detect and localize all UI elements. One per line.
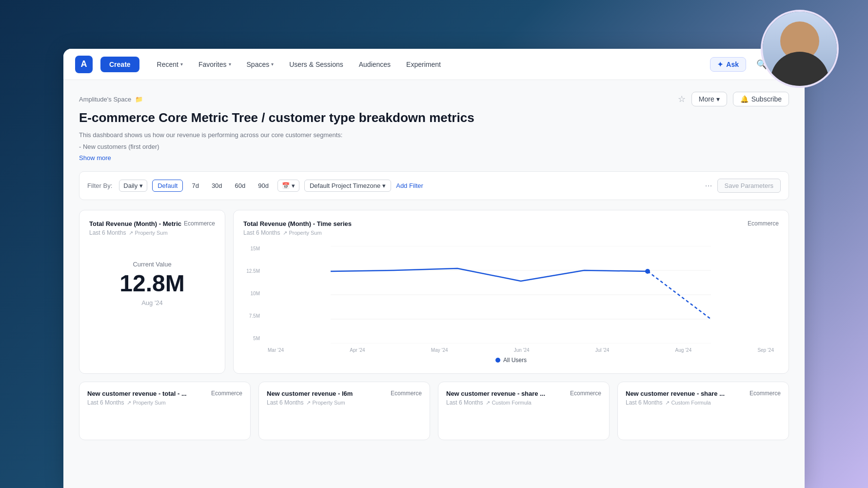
bottom-card-2: New customer revenue - share ... Ecommer…	[438, 382, 610, 440]
bottom-card-3-badge: Ecommerce	[750, 390, 781, 397]
filter-by-label: Filter By:	[87, 182, 112, 189]
more-options-icon[interactable]: ···	[705, 181, 712, 191]
granularity-select[interactable]: Daily ▾	[119, 180, 147, 192]
60d-button[interactable]: 60d	[231, 180, 250, 191]
navbar: A Create Recent ▾ Favorites ▾ Spaces ▾ U…	[63, 49, 805, 80]
dotted-line	[648, 271, 711, 319]
trend-icon: ↗	[665, 400, 670, 406]
sparkle-icon: ✦	[717, 61, 723, 68]
x-label-sep: Sep '24	[757, 347, 774, 353]
chevron-down-icon: ▾	[180, 61, 183, 67]
nav-item-audiences[interactable]: Audiences	[353, 57, 396, 72]
timeseries-title: Total Revenue (Month) - Time series	[243, 220, 352, 227]
y-label-10m: 10M	[251, 291, 260, 296]
current-value-label: Current Value	[133, 261, 171, 268]
chevron-down-icon: ▾	[139, 182, 143, 189]
bottom-card-0: New customer revenue - total - ... Ecomm…	[79, 382, 251, 440]
chevron-down-icon: ▾	[716, 95, 720, 103]
bottom-card-0-subtitle: Last 6 Months ↗ Property Sum	[87, 399, 242, 406]
timeseries-card: Total Revenue (Month) - Time series Ecom…	[233, 210, 789, 374]
trend-icon: ↗	[283, 230, 287, 236]
more-button[interactable]: More ▾	[691, 92, 727, 106]
nav-item-spaces[interactable]: Spaces ▾	[241, 57, 280, 72]
x-label-jul: Jul '24	[595, 347, 610, 353]
bottom-charts-row: New customer revenue - total - ... Ecomm…	[79, 382, 789, 440]
logo[interactable]: A	[75, 56, 93, 73]
bottom-card-3: New customer revenue - share ... Ecommer…	[617, 382, 789, 440]
bottom-card-2-title: New customer revenue - share ...	[446, 390, 545, 397]
bottom-card-0-title: New customer revenue - total - ...	[87, 390, 187, 397]
chevron-down-icon: ▾	[229, 61, 231, 67]
bottom-card-1-header: New customer revenue - l6m Ecommerce	[267, 390, 422, 397]
main-card: A Create Recent ▾ Favorites ▾ Spaces ▾ U…	[63, 49, 805, 488]
x-label-jun: Jun '24	[514, 347, 530, 353]
metric-card-title: Total Revenue (Month) - Metric	[89, 220, 181, 227]
x-label-mar: Mar '24	[268, 347, 284, 353]
trend-icon: ↗	[129, 230, 133, 236]
breadcrumb: Amplitude's Space 📁	[79, 96, 143, 103]
y-label-125m: 12.5M	[246, 268, 260, 274]
breadcrumb-row: Amplitude's Space 📁 ☆ More ▾ 🔔 Subscribe	[79, 92, 789, 106]
bottom-card-0-header: New customer revenue - total - ... Ecomm…	[87, 390, 242, 397]
timeseries-chart-svg	[263, 246, 779, 344]
bottom-card-3-property-sum: ↗ Custom Formula	[665, 400, 710, 406]
bottom-card-3-subtitle: Last 6 Months ↗ Custom Formula	[626, 399, 781, 406]
trend-icon: ↗	[127, 400, 131, 406]
x-label-may: May '24	[431, 347, 448, 353]
ask-button[interactable]: ✦ Ask	[710, 57, 746, 72]
folder-icon: 📁	[135, 96, 143, 103]
x-label-aug: Aug '24	[675, 347, 692, 353]
show-more-link[interactable]: Show more	[79, 154, 111, 162]
timeseries-badge: Ecommerce	[748, 220, 779, 227]
property-sum-label: ↗ Property Sum	[129, 230, 167, 236]
bottom-card-2-badge: Ecommerce	[570, 390, 601, 397]
bottom-card-1: New customer revenue - l6m Ecommerce Las…	[258, 382, 430, 440]
bottom-card-2-header: New customer revenue - share ... Ecommer…	[446, 390, 601, 397]
chevron-down-icon: ▾	[382, 182, 386, 189]
timeseries-subtitle: Last 6 Months ↗ Property Sum	[243, 229, 779, 236]
nav-item-recent[interactable]: Recent ▾	[151, 57, 189, 72]
bottom-card-0-property-sum: ↗ Property Sum	[127, 400, 165, 406]
nav-item-favorites[interactable]: Favorites ▾	[193, 57, 237, 72]
legend-all-users: All Users	[495, 357, 527, 364]
timezone-select[interactable]: Default Project Timezone ▾	[304, 180, 391, 192]
bell-icon: 🔔	[740, 95, 749, 103]
trend-icon: ↗	[306, 400, 311, 406]
save-parameters-button[interactable]: Save Parameters	[717, 179, 781, 193]
bottom-card-2-property-sum: ↗ Custom Formula	[486, 400, 531, 406]
bottom-card-1-badge: Ecommerce	[391, 390, 422, 397]
date-preset-button[interactable]: Default	[152, 180, 183, 192]
nav-item-experiment[interactable]: Experiment	[400, 57, 447, 72]
bottom-card-3-header: New customer revenue - share ... Ecommer…	[626, 390, 781, 397]
filter-bar: Filter By: Daily ▾ Default 7d 30d 60d 90…	[79, 171, 789, 200]
90d-button[interactable]: 90d	[254, 180, 273, 191]
page-description-line2: - New customers (first order)	[79, 142, 789, 152]
x-label-apr: Apr '24	[350, 347, 365, 353]
metric-card-subtitle: Last 6 Months ↗ Property Sum	[89, 229, 215, 236]
avatar-body	[770, 52, 829, 86]
user-avatar	[761, 10, 839, 88]
page-title: E-commerce Core Metric Tree / customer t…	[79, 110, 789, 125]
trend-icon: ↗	[486, 400, 490, 406]
add-filter-button[interactable]: Add Filter	[396, 182, 423, 189]
star-button[interactable]: ☆	[678, 94, 686, 104]
30d-button[interactable]: 30d	[208, 180, 226, 191]
legend-dot	[495, 358, 500, 363]
create-button[interactable]: Create	[100, 57, 139, 72]
bottom-card-1-property-sum: ↗ Property Sum	[306, 400, 345, 406]
7d-button[interactable]: 7d	[188, 180, 202, 191]
breadcrumb-actions: ☆ More ▾ 🔔 Subscribe	[678, 92, 789, 106]
page-description-line1: This dashboard shows us how our revenue …	[79, 130, 789, 140]
bottom-card-1-title: New customer revenue - l6m	[267, 390, 353, 397]
nav-item-users-sessions[interactable]: Users & Sessions	[283, 57, 349, 72]
workspace-name: Amplitude's Space	[79, 96, 131, 103]
calendar-icon: 📅	[282, 182, 290, 189]
calendar-picker[interactable]: 📅 ▾	[277, 180, 299, 192]
metric-card-header: Total Revenue (Month) - Metric Ecommerce	[89, 220, 215, 227]
bottom-card-0-badge: Ecommerce	[211, 390, 242, 397]
chart-legend: All Users	[243, 357, 779, 364]
charts-top-row: Total Revenue (Month) - Metric Ecommerce…	[79, 210, 789, 374]
chevron-down-icon: ▾	[292, 182, 295, 189]
x-axis-labels: Mar '24 Apr '24 May '24 Jun '24 Jul '24 …	[263, 347, 779, 353]
subscribe-button[interactable]: 🔔 Subscribe	[733, 92, 789, 106]
